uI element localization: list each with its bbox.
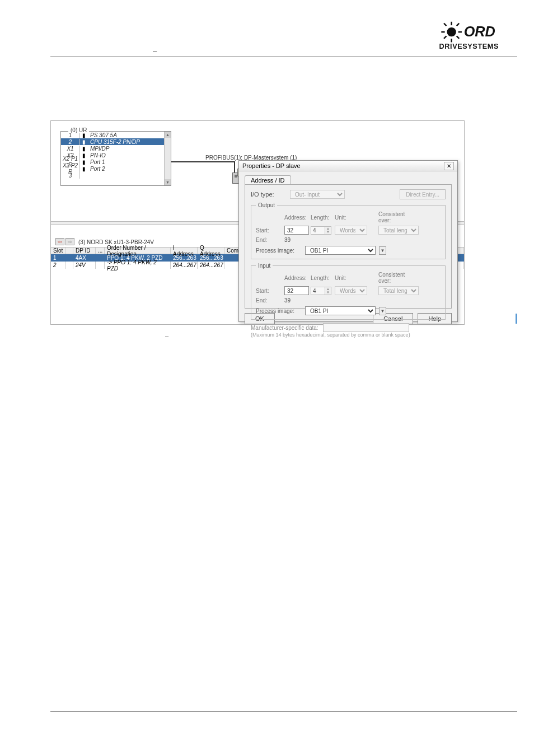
rack-row[interactable]: X1 ▮ MPI/DP bbox=[61, 145, 171, 152]
output-consistent-select: Total length bbox=[378, 226, 419, 235]
col-ellipsis: ... bbox=[96, 248, 105, 254]
svg-rect-7 bbox=[456, 23, 460, 26]
chevron-down-icon[interactable]: ▼ bbox=[379, 246, 386, 255]
direct-entry-button: Direct Entry... bbox=[400, 189, 446, 199]
len-header: Length: bbox=[311, 214, 333, 221]
rack-rows: 1 ▮ PS 307 5A 2 ▮ CPU 315F-2 PN/DP X1 ▮ … bbox=[61, 132, 171, 179]
rack-label: PN-IO bbox=[88, 152, 171, 158]
svg-text:ORD: ORD bbox=[464, 24, 495, 39]
svg-rect-3 bbox=[441, 31, 444, 33]
step-down-icon: ▼ bbox=[325, 230, 331, 234]
len-header: Length: bbox=[311, 275, 333, 281]
cell-dpid: 24V bbox=[73, 262, 96, 269]
svg-text:DRIVESYSTEMS: DRIVESYSTEMS bbox=[439, 43, 499, 50]
back-arrow-icon[interactable]: ⇦ bbox=[55, 238, 64, 245]
cons-header: Consistent over: bbox=[378, 272, 419, 284]
track-change-bar bbox=[516, 314, 517, 324]
input-group: Input Address: Length: Unit: Consistent … bbox=[251, 263, 446, 320]
col-dpid: DP ID bbox=[73, 248, 96, 254]
addr-header: Address: bbox=[284, 275, 309, 281]
scroll-down-icon[interactable]: ▼ bbox=[165, 179, 171, 185]
rack-label: Port 1 bbox=[88, 159, 171, 165]
rack-scrollbar[interactable]: ▲ ▼ bbox=[164, 132, 171, 185]
dialog-titlebar[interactable]: Properties - DP slave ✕ bbox=[239, 161, 457, 171]
tab-pane: I/O type: Out- input Direct Entry... Out… bbox=[245, 184, 452, 309]
rack-label: MPI/DP bbox=[88, 146, 171, 152]
svg-rect-8 bbox=[443, 35, 447, 39]
input-unit-select: Words bbox=[335, 286, 367, 295]
rack-row-selected[interactable]: 2 ▮ CPU 315F-2 PN/DP bbox=[61, 138, 171, 145]
close-icon[interactable]: ✕ bbox=[444, 162, 454, 170]
bus-line bbox=[171, 161, 234, 162]
cell-qaddr: 256...263 bbox=[198, 254, 224, 262]
input-consistent-select: Total length bbox=[378, 286, 419, 295]
input-length-value bbox=[311, 287, 325, 295]
header-dash: – bbox=[153, 47, 157, 55]
page-rule-top bbox=[50, 56, 517, 57]
input-pi-label: Process image: bbox=[256, 308, 302, 314]
svg-rect-1 bbox=[451, 22, 452, 25]
module-icon: ▮ bbox=[80, 146, 88, 152]
cell-ellipsis bbox=[96, 254, 105, 262]
svg-rect-6 bbox=[456, 35, 460, 39]
manufacturer-data-label: Manufacturer-specific data: bbox=[251, 325, 318, 331]
output-pi-select[interactable]: OB1 PI bbox=[305, 246, 376, 255]
scroll-up-icon[interactable]: ▲ bbox=[165, 132, 171, 138]
input-pi-select[interactable]: OB1 PI bbox=[305, 306, 376, 315]
rack-row[interactable]: X2 P2 R ▮ Port 2 bbox=[61, 165, 171, 172]
col-slot: Slot bbox=[51, 248, 65, 254]
end-label: End: bbox=[256, 237, 283, 243]
manufacturer-note: (Maximum 14 bytes hexadecimal, separated… bbox=[251, 332, 446, 338]
io-type-select: Out- input bbox=[290, 190, 345, 199]
col-designation: Order Number / Designation bbox=[105, 248, 171, 254]
cell-slot: 2 bbox=[51, 262, 65, 269]
start-label: Start: bbox=[256, 288, 283, 294]
forward-arrow-icon[interactable]: ⇨ bbox=[65, 238, 74, 245]
dialog-title: Properties - DP slave bbox=[242, 162, 301, 169]
module-icon: ▮ bbox=[80, 159, 88, 165]
rack-panel: (0) UR 1 ▮ PS 307 5A 2 ▮ CPU 315F-2 PN/D… bbox=[60, 131, 171, 186]
output-length-stepper: ▲▼ bbox=[311, 226, 333, 235]
rack-title: (0) UR bbox=[68, 127, 89, 133]
nord-logo: ORD DRIVESYSTEMS bbox=[439, 20, 517, 54]
chevron-down-icon[interactable]: ▼ bbox=[379, 307, 386, 315]
rack-num: 2 bbox=[61, 139, 80, 145]
output-start-input[interactable] bbox=[284, 226, 309, 235]
cell-icon bbox=[65, 254, 73, 262]
screenshot-frame: (0) UR 1 ▮ PS 307 5A 2 ▮ CPU 315F-2 PN/D… bbox=[50, 120, 465, 325]
input-length-stepper: ▲▼ bbox=[311, 287, 333, 295]
start-label: Start: bbox=[256, 227, 283, 234]
cell-ellipsis bbox=[96, 262, 105, 269]
cell-designation: -> PPO 1: 4 PKW, 2 PZD bbox=[105, 262, 171, 269]
input-end-value: 39 bbox=[284, 297, 309, 304]
rack-row[interactable]: 3 bbox=[61, 172, 171, 179]
rack-num: X1 bbox=[61, 146, 80, 152]
module-icon: ▮ bbox=[80, 139, 88, 145]
rack-label: CPU 315F-2 PN/DP bbox=[88, 139, 171, 145]
end-label: End: bbox=[256, 297, 283, 304]
output-pi-label: Process image: bbox=[256, 248, 302, 254]
col-iaddr: I Address bbox=[171, 248, 198, 254]
svg-rect-2 bbox=[451, 39, 452, 42]
step-down-icon: ▼ bbox=[325, 291, 331, 295]
output-end-value: 39 bbox=[284, 237, 309, 243]
output-length-value bbox=[311, 226, 325, 235]
cons-header: Consistent over: bbox=[378, 211, 419, 223]
svg-rect-5 bbox=[443, 23, 447, 26]
cell-dpid: 4AX bbox=[73, 254, 96, 262]
unit-header: Unit: bbox=[335, 214, 367, 221]
input-start-input[interactable] bbox=[284, 286, 309, 295]
cell-slot: 1 bbox=[51, 254, 65, 262]
rack-num: 3 bbox=[61, 172, 80, 179]
input-legend: Input bbox=[256, 263, 273, 269]
col-icon bbox=[65, 248, 73, 254]
cell-iaddr: 264...267 bbox=[171, 262, 198, 269]
addr-header: Address: bbox=[284, 214, 309, 221]
manufacturer-data-input bbox=[323, 323, 409, 332]
rack-label: PS 307 5A bbox=[88, 132, 171, 138]
tab-address-id[interactable]: Address / ID bbox=[245, 175, 291, 185]
output-group: Output Address: Length: Unit: Consistent… bbox=[251, 202, 446, 259]
output-unit-select: Words bbox=[335, 226, 367, 235]
module-icon: ▮ bbox=[80, 166, 88, 172]
output-legend: Output bbox=[256, 202, 277, 208]
